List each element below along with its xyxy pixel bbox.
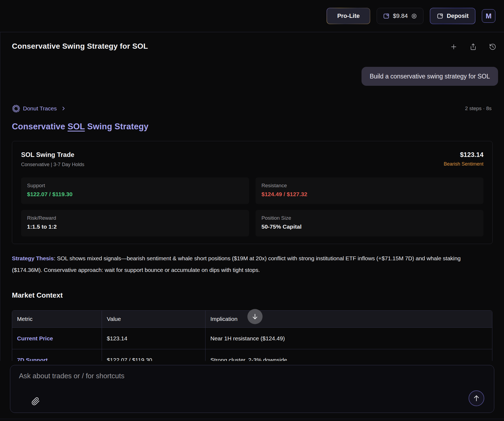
visibility-toggle-icon[interactable] (411, 13, 417, 19)
report-heading: Conservative SOL Swing Strategy (12, 122, 148, 131)
conversation-actions (450, 43, 496, 51)
position-size-value: 50-75% Capital (261, 223, 478, 230)
card-title: SOL Swing Trade (21, 151, 84, 159)
send-button[interactable] (469, 390, 484, 406)
risk-reward-cell: Risk/Reward 1:1.5 to 1:2 (21, 210, 249, 236)
user-message-text: Build a conservative swing strategy for … (370, 73, 490, 80)
position-size-cell: Position Size 50-75% Capital (256, 210, 483, 236)
table-row: Current Price $123.14 Near 1H resistance… (12, 327, 492, 349)
bottom-divider (0, 419, 504, 419)
scroll-to-bottom-button[interactable] (247, 309, 263, 324)
table-row: 7D Support $122.07 / $119.30 Strong clus… (12, 349, 492, 361)
metric-link-7d-support[interactable]: 7D Support (12, 349, 102, 361)
new-chat-button[interactable] (450, 43, 457, 51)
strategy-metrics-grid: Support $122.07 / $119.30 Resistance $12… (21, 177, 483, 236)
avatar-initial: M (486, 12, 492, 20)
message-composer (10, 365, 494, 413)
arrow-down-icon (251, 313, 259, 320)
column-header-value: Value (102, 311, 205, 327)
agent-name-link[interactable]: Donut Traces (23, 105, 57, 112)
strategy-card: SOL Swing Trade Conservative | 3-7 Day H… (12, 141, 493, 244)
row-implication: Near 1H resistance ($124.49) (205, 327, 492, 349)
arrow-up-icon (472, 394, 480, 402)
deposit-button[interactable]: Deposit (430, 8, 475, 24)
strategy-thesis: Strategy Thesis: SOL shows mixed signals… (12, 252, 488, 276)
share-button[interactable] (469, 43, 477, 51)
heading-suffix: Swing Strategy (85, 122, 149, 131)
attach-file-button[interactable] (31, 397, 40, 406)
thesis-text: : SOL shows mixed signals—bearish sentim… (12, 255, 461, 273)
trace-steps-meta: 2 steps · 8s (465, 106, 492, 111)
risk-reward-value: 1:1.5 to 1:2 (27, 223, 243, 230)
wallet-balance-value: $9.84 (393, 12, 408, 19)
user-avatar[interactable]: M (482, 9, 495, 23)
chat-input[interactable] (19, 372, 462, 391)
row-value: $123.14 (102, 327, 205, 349)
market-context-heading: Market Context (12, 291, 63, 300)
wallet-icon (437, 13, 443, 19)
wallet-icon (383, 13, 390, 19)
support-value: $122.07 / $119.30 (27, 191, 243, 198)
support-label: Support (27, 183, 243, 189)
history-icon (489, 43, 496, 51)
column-header-metric: Metric (12, 311, 102, 327)
wallet-balance-chip[interactable]: $9.84 (377, 8, 423, 24)
heading-prefix: Conservative (12, 122, 68, 131)
top-bar: Pro-Lite $9.84 Deposit M (0, 0, 504, 32)
history-button[interactable] (489, 43, 496, 51)
resistance-cell: Resistance $124.49 / $127.32 (256, 177, 483, 204)
pro-lite-button[interactable]: Pro-Lite (327, 8, 370, 24)
plus-icon (450, 43, 457, 51)
row-value: $122.07 / $119.30 (102, 349, 205, 361)
row-implication: Strong cluster, 2-3% downside (205, 349, 492, 361)
trace-breadcrumb: Donut Traces 2 steps · 8s (12, 104, 492, 113)
pro-lite-label: Pro-Lite (337, 12, 360, 19)
risk-reward-label: Risk/Reward (27, 215, 243, 221)
chevron-right-icon[interactable] (61, 106, 67, 111)
resistance-value: $124.49 / $127.32 (261, 191, 478, 198)
support-cell: Support $122.07 / $119.30 (21, 177, 249, 204)
heading-ticker-link[interactable]: SOL (68, 122, 85, 131)
position-size-label: Position Size (261, 215, 478, 221)
current-price: $123.14 (444, 151, 483, 159)
deposit-label: Deposit (447, 12, 469, 19)
user-message-bubble: Build a conservative swing strategy for … (362, 67, 498, 86)
metric-link-current-price[interactable]: Current Price (12, 327, 102, 349)
donut-logo-icon (12, 104, 20, 113)
sentiment-badge: Bearish Sentiment (444, 161, 483, 167)
resistance-label: Resistance (261, 183, 478, 189)
thesis-label: Strategy Thesis (12, 255, 54, 261)
share-icon (469, 43, 477, 51)
paperclip-icon (31, 397, 40, 406)
page-title: Conservative Swing Strategy for SOL (12, 42, 148, 51)
card-subtitle: Conservative | 3-7 Day Holds (21, 162, 84, 167)
